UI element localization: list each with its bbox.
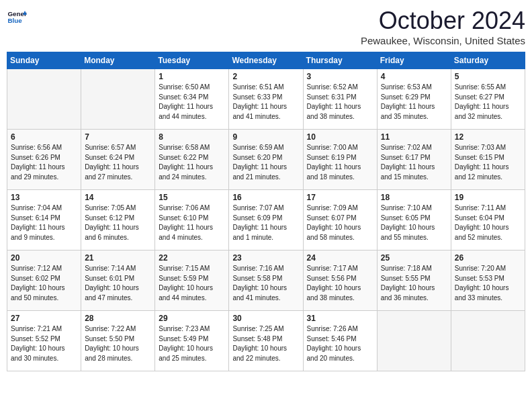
week-row-5: 27Sunrise: 7:21 AM Sunset: 5:52 PM Dayli… <box>7 311 525 371</box>
day-number: 27 <box>11 314 77 323</box>
day-info: Sunrise: 7:10 AM Sunset: 6:05 PM Dayligh… <box>381 203 447 242</box>
day-info: Sunrise: 6:58 AM Sunset: 6:22 PM Dayligh… <box>159 143 225 182</box>
calendar-cell: 11Sunrise: 7:02 AM Sunset: 6:17 PM Dayli… <box>377 130 451 190</box>
day-info: Sunrise: 7:04 AM Sunset: 6:14 PM Dayligh… <box>11 203 77 242</box>
day-number: 6 <box>11 132 77 142</box>
day-info: Sunrise: 7:05 AM Sunset: 6:12 PM Dayligh… <box>85 203 151 242</box>
calendar-cell: 28Sunrise: 7:22 AM Sunset: 5:50 PM Dayli… <box>81 311 155 371</box>
calendar-cell: 1Sunrise: 6:50 AM Sunset: 6:34 PM Daylig… <box>155 69 229 130</box>
day-number: 19 <box>455 193 521 202</box>
day-info: Sunrise: 6:52 AM Sunset: 6:31 PM Dayligh… <box>307 83 373 122</box>
page-header: General Blue October 2024 Pewaukee, Wisc… <box>7 7 525 46</box>
calendar-cell: 17Sunrise: 7:09 AM Sunset: 6:07 PM Dayli… <box>303 190 377 250</box>
calendar-cell: 25Sunrise: 7:18 AM Sunset: 5:55 PM Dayli… <box>377 250 451 311</box>
day-info: Sunrise: 7:23 AM Sunset: 5:49 PM Dayligh… <box>159 324 225 363</box>
calendar-cell: 12Sunrise: 7:03 AM Sunset: 6:15 PM Dayli… <box>451 130 525 190</box>
calendar-cell: 26Sunrise: 7:20 AM Sunset: 5:53 PM Dayli… <box>451 250 525 311</box>
day-number: 26 <box>455 253 521 263</box>
day-info: Sunrise: 6:50 AM Sunset: 6:34 PM Dayligh… <box>159 83 225 122</box>
calendar-cell: 16Sunrise: 7:07 AM Sunset: 6:09 PM Dayli… <box>229 190 303 250</box>
week-row-2: 6Sunrise: 6:56 AM Sunset: 6:26 PM Daylig… <box>7 130 525 190</box>
calendar-cell: 22Sunrise: 7:15 AM Sunset: 5:59 PM Dayli… <box>155 250 229 311</box>
calendar-cell: 24Sunrise: 7:17 AM Sunset: 5:56 PM Dayli… <box>303 250 377 311</box>
day-number: 8 <box>159 132 225 142</box>
month-title: October 2024 <box>361 7 525 35</box>
week-row-4: 20Sunrise: 7:12 AM Sunset: 6:02 PM Dayli… <box>7 250 525 311</box>
calendar-cell: 20Sunrise: 7:12 AM Sunset: 6:02 PM Dayli… <box>7 250 81 311</box>
day-number: 7 <box>85 132 151 142</box>
calendar-cell: 15Sunrise: 7:06 AM Sunset: 6:10 PM Dayli… <box>155 190 229 250</box>
weekday-header-thursday: Thursday <box>303 52 377 69</box>
day-number: 13 <box>11 193 77 202</box>
location: Pewaukee, Wisconsin, United States <box>361 35 525 46</box>
day-info: Sunrise: 6:51 AM Sunset: 6:33 PM Dayligh… <box>232 83 299 122</box>
day-number: 16 <box>232 193 299 202</box>
day-info: Sunrise: 6:55 AM Sunset: 6:27 PM Dayligh… <box>455 83 521 122</box>
calendar-cell: 27Sunrise: 7:21 AM Sunset: 5:52 PM Dayli… <box>7 311 81 371</box>
calendar-cell <box>377 311 451 371</box>
calendar-cell <box>451 311 525 371</box>
weekday-header-monday: Monday <box>81 52 155 69</box>
day-number: 9 <box>232 132 299 142</box>
day-info: Sunrise: 7:06 AM Sunset: 6:10 PM Dayligh… <box>159 203 225 242</box>
calendar-cell: 10Sunrise: 7:00 AM Sunset: 6:19 PM Dayli… <box>303 130 377 190</box>
day-info: Sunrise: 7:11 AM Sunset: 6:04 PM Dayligh… <box>455 203 521 242</box>
calendar-cell: 30Sunrise: 7:25 AM Sunset: 5:48 PM Dayli… <box>229 311 303 371</box>
day-number: 17 <box>307 193 373 202</box>
calendar-cell: 6Sunrise: 6:56 AM Sunset: 6:26 PM Daylig… <box>7 130 81 190</box>
day-info: Sunrise: 7:07 AM Sunset: 6:09 PM Dayligh… <box>232 203 299 242</box>
weekday-header-saturday: Saturday <box>451 52 525 69</box>
calendar-cell <box>81 69 155 130</box>
day-number: 22 <box>159 253 225 263</box>
day-info: Sunrise: 7:00 AM Sunset: 6:19 PM Dayligh… <box>307 143 373 182</box>
calendar-cell: 3Sunrise: 6:52 AM Sunset: 6:31 PM Daylig… <box>303 69 377 130</box>
day-number: 25 <box>381 253 447 263</box>
day-number: 5 <box>455 72 521 81</box>
day-number: 4 <box>381 72 447 81</box>
title-block: October 2024 Pewaukee, Wisconsin, United… <box>361 7 525 46</box>
day-info: Sunrise: 7:18 AM Sunset: 5:55 PM Dayligh… <box>381 264 447 303</box>
day-info: Sunrise: 7:02 AM Sunset: 6:17 PM Dayligh… <box>381 143 447 182</box>
calendar-cell: 14Sunrise: 7:05 AM Sunset: 6:12 PM Dayli… <box>81 190 155 250</box>
calendar-cell: 19Sunrise: 7:11 AM Sunset: 6:04 PM Dayli… <box>451 190 525 250</box>
weekday-header-tuesday: Tuesday <box>155 52 229 69</box>
day-info: Sunrise: 7:15 AM Sunset: 5:59 PM Dayligh… <box>159 264 225 303</box>
day-number: 10 <box>307 132 373 142</box>
day-number: 12 <box>455 132 521 142</box>
day-number: 30 <box>232 314 299 323</box>
calendar-cell: 5Sunrise: 6:55 AM Sunset: 6:27 PM Daylig… <box>451 69 525 130</box>
calendar-cell: 31Sunrise: 7:26 AM Sunset: 5:46 PM Dayli… <box>303 311 377 371</box>
calendar-table: SundayMondayTuesdayWednesdayThursdayFrid… <box>7 52 525 371</box>
day-number: 29 <box>159 314 225 323</box>
calendar-cell: 29Sunrise: 7:23 AM Sunset: 5:49 PM Dayli… <box>155 311 229 371</box>
day-number: 1 <box>159 72 225 81</box>
calendar-cell: 21Sunrise: 7:14 AM Sunset: 6:01 PM Dayli… <box>81 250 155 311</box>
day-number: 2 <box>232 72 299 81</box>
weekday-header-wednesday: Wednesday <box>229 52 303 69</box>
day-info: Sunrise: 7:16 AM Sunset: 5:58 PM Dayligh… <box>232 264 299 303</box>
day-number: 15 <box>159 193 225 202</box>
calendar-cell: 13Sunrise: 7:04 AM Sunset: 6:14 PM Dayli… <box>7 190 81 250</box>
calendar-cell: 9Sunrise: 6:59 AM Sunset: 6:20 PM Daylig… <box>229 130 303 190</box>
logo: General Blue <box>7 7 27 27</box>
day-number: 31 <box>307 314 373 323</box>
calendar-cell: 23Sunrise: 7:16 AM Sunset: 5:58 PM Dayli… <box>229 250 303 311</box>
day-info: Sunrise: 7:22 AM Sunset: 5:50 PM Dayligh… <box>85 324 151 363</box>
day-number: 24 <box>307 253 373 263</box>
day-number: 28 <box>85 314 151 323</box>
day-info: Sunrise: 6:57 AM Sunset: 6:24 PM Dayligh… <box>85 143 151 182</box>
day-number: 20 <box>11 253 77 263</box>
day-number: 21 <box>85 253 151 263</box>
day-info: Sunrise: 7:12 AM Sunset: 6:02 PM Dayligh… <box>11 264 77 303</box>
calendar-cell: 18Sunrise: 7:10 AM Sunset: 6:05 PM Dayli… <box>377 190 451 250</box>
day-info: Sunrise: 7:17 AM Sunset: 5:56 PM Dayligh… <box>307 264 373 303</box>
day-number: 14 <box>85 193 151 202</box>
day-info: Sunrise: 7:20 AM Sunset: 5:53 PM Dayligh… <box>455 264 521 303</box>
day-info: Sunrise: 6:53 AM Sunset: 6:29 PM Dayligh… <box>381 83 447 122</box>
weekday-header-row: SundayMondayTuesdayWednesdayThursdayFrid… <box>7 52 525 69</box>
day-info: Sunrise: 7:03 AM Sunset: 6:15 PM Dayligh… <box>455 143 521 182</box>
svg-text:Blue: Blue <box>8 17 23 24</box>
day-number: 18 <box>381 193 447 202</box>
logo-icon: General Blue <box>7 7 27 27</box>
calendar-cell: 4Sunrise: 6:53 AM Sunset: 6:29 PM Daylig… <box>377 69 451 130</box>
